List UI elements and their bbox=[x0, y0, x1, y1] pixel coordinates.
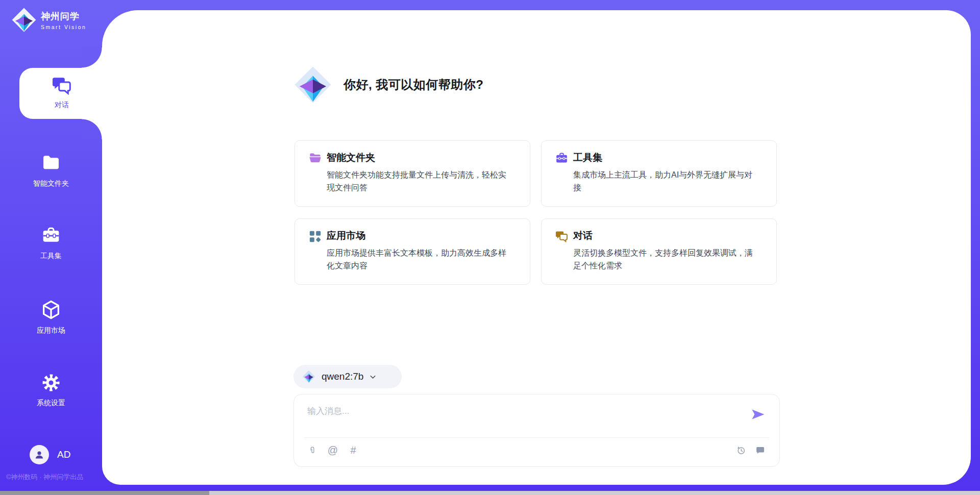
main-panel: 你好, 我可以如何帮助你? 智能文件夹 智能文件夹功能支持批量文件上传与清洗，轻… bbox=[102, 10, 971, 485]
card-title: 智能文件夹 bbox=[327, 151, 375, 164]
composer-tools: @ # bbox=[306, 443, 359, 457]
card-smart-folder[interactable]: 智能文件夹 智能文件夹功能支持批量文件上传与清洗，轻松实现文件问答 bbox=[295, 140, 530, 207]
feedback-button[interactable] bbox=[754, 443, 766, 457]
card-description: 应用市场提供丰富长文本模板，助力高效生成多样化文章内容 bbox=[327, 246, 513, 272]
card-description: 灵活切换多模型文件，支持多样回复效果调试，满足个性化需求 bbox=[573, 246, 760, 272]
mention-button[interactable]: @ bbox=[327, 443, 339, 457]
sidebar-item-label: 工具集 bbox=[0, 252, 102, 261]
sidebar-item-chat[interactable]: 对话 bbox=[19, 68, 104, 119]
bottom-bar bbox=[0, 491, 980, 495]
sidebar-item-settings[interactable]: 系统设置 bbox=[0, 373, 102, 408]
topic-button[interactable]: # bbox=[347, 443, 359, 457]
composer: @ # bbox=[293, 394, 780, 467]
paperclip-icon bbox=[308, 444, 317, 456]
brand-diamond-logo bbox=[11, 7, 37, 33]
chevron-down-icon bbox=[369, 373, 377, 381]
send-button[interactable] bbox=[751, 408, 765, 421]
model-logo-icon bbox=[302, 370, 315, 383]
card-toolset[interactable]: 工具集 集成市场上主流工具，助力AI与外界无缝扩展与对接 bbox=[541, 140, 777, 207]
brand-tagline: Smart Vision bbox=[41, 24, 86, 30]
greeting-title: 你好, 我可以如何帮助你? bbox=[344, 77, 484, 93]
brand-name: 神州问学 bbox=[41, 10, 86, 22]
model-selector[interactable]: qwen2:7b bbox=[293, 365, 402, 388]
sidebar-item-label: 智能文件夹 bbox=[0, 179, 102, 188]
briefcase-icon bbox=[555, 152, 569, 165]
card-title: 应用市场 bbox=[327, 229, 365, 242]
hash-icon: # bbox=[350, 444, 356, 456]
user-profile[interactable]: AD bbox=[30, 445, 70, 464]
history-icon bbox=[736, 445, 746, 456]
card-app-market[interactable]: 应用市场 应用市场提供丰富长文本模板，助力高效生成多样化文章内容 bbox=[295, 218, 530, 285]
hero: 你好, 我可以如何帮助你? bbox=[293, 65, 484, 104]
sidebar-item-label: 应用市场 bbox=[0, 326, 102, 335]
folder-icon bbox=[308, 152, 322, 165]
message-icon bbox=[755, 445, 766, 456]
composer-actions bbox=[734, 443, 766, 457]
feature-cards: 智能文件夹 智能文件夹功能支持批量文件上传与清洗，轻松实现文件问答 工具集 集成… bbox=[295, 140, 777, 285]
sidebar-item-label: 系统设置 bbox=[0, 399, 102, 408]
at-icon: @ bbox=[328, 444, 338, 456]
sidebar-item-toolset[interactable]: 工具集 bbox=[0, 226, 102, 261]
avatar bbox=[30, 445, 49, 464]
gear-icon bbox=[41, 373, 61, 393]
card-title: 工具集 bbox=[573, 151, 602, 164]
folder-icon bbox=[41, 153, 61, 174]
composer-divider bbox=[304, 437, 769, 438]
sidebar-footer: ©神州数码 · 神州问学出品 bbox=[6, 473, 103, 482]
card-title: 对话 bbox=[573, 229, 593, 242]
grid-icon bbox=[308, 230, 322, 243]
attach-button[interactable] bbox=[306, 443, 318, 457]
history-button[interactable] bbox=[734, 443, 747, 457]
chat-icon bbox=[51, 75, 72, 96]
sidebar: 神州问学 Smart Vision 对话 智能文件夹 bbox=[0, 0, 102, 491]
brand-diamond-logo bbox=[293, 65, 332, 104]
sidebar-item-app-market[interactable]: 应用市场 bbox=[0, 299, 102, 335]
message-input[interactable] bbox=[306, 403, 737, 420]
app-background: 你好, 我可以如何帮助你? 智能文件夹 智能文件夹功能支持批量文件上传与清洗，轻… bbox=[0, 0, 980, 495]
user-name: AD bbox=[57, 449, 70, 460]
sidebar-item-smart-folder[interactable]: 智能文件夹 bbox=[0, 153, 102, 188]
card-description: 集成市场上主流工具，助力AI与外界无缝扩展与对接 bbox=[573, 168, 760, 194]
sidebar-item-label: 对话 bbox=[19, 101, 104, 110]
user-icon bbox=[33, 449, 45, 461]
chat-icon bbox=[555, 230, 569, 243]
model-name: qwen2:7b bbox=[322, 371, 363, 382]
card-description: 智能文件夹功能支持批量文件上传与清洗，轻松实现文件问答 bbox=[327, 168, 513, 194]
brand: 神州问学 Smart Vision bbox=[11, 7, 86, 33]
briefcase-icon bbox=[41, 226, 61, 246]
card-chat[interactable]: 对话 灵活切换多模型文件，支持多样回复效果调试，满足个性化需求 bbox=[541, 218, 777, 285]
cube-icon bbox=[40, 299, 62, 320]
